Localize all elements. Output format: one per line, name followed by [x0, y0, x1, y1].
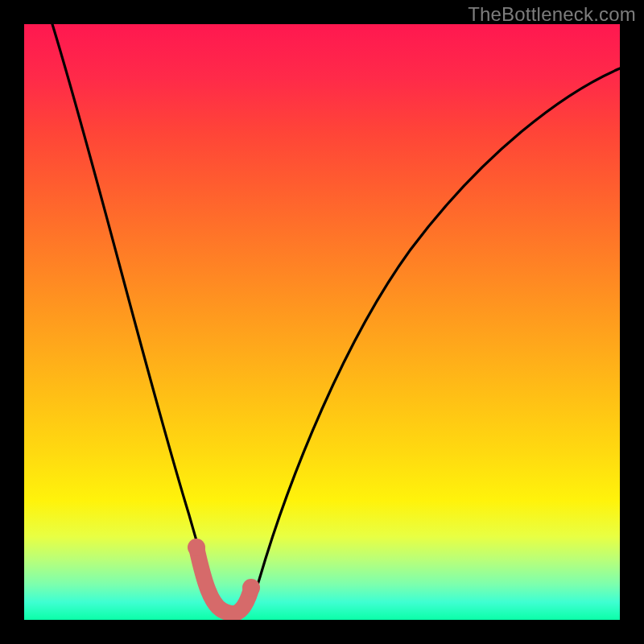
bottleneck-curve-svg: [24, 24, 620, 620]
highlight-dot-left: [188, 539, 205, 556]
watermark-text: TheBottleneck.com: [468, 3, 636, 26]
bottleneck-curve: [52, 24, 620, 614]
chart-frame: { "watermark": "TheBottleneck.com", "col…: [0, 0, 644, 644]
highlight-marker: [196, 547, 251, 613]
highlight-dot-right: [242, 579, 260, 597]
plot-area: [24, 24, 620, 620]
